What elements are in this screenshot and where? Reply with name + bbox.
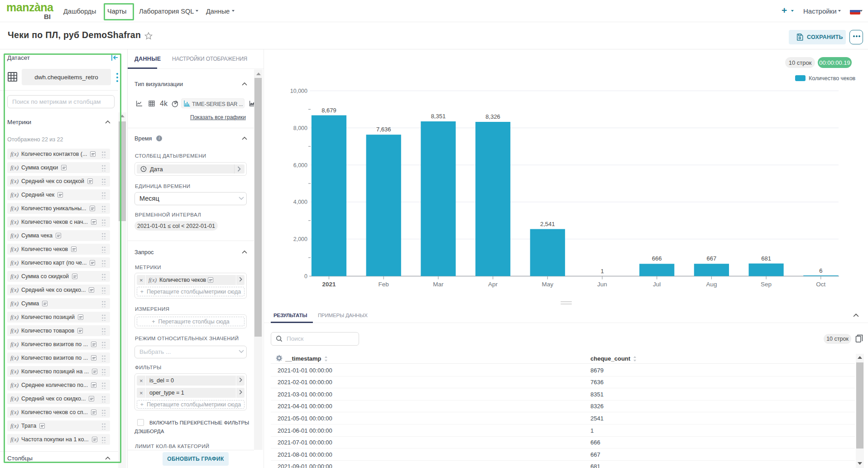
svg-text:6: 6 bbox=[819, 267, 822, 274]
svg-text:681: 681 bbox=[761, 255, 771, 262]
svg-text:2,541: 2,541 bbox=[540, 221, 555, 227]
svg-text:667: 667 bbox=[707, 255, 717, 262]
svg-text:May: May bbox=[542, 281, 554, 288]
svg-text:6,000: 6,000 bbox=[293, 162, 307, 169]
svg-text:4,000: 4,000 bbox=[293, 199, 307, 205]
svg-text:Sep: Sep bbox=[761, 281, 772, 288]
svg-text:7,636: 7,636 bbox=[376, 126, 391, 133]
svg-text:10,000: 10,000 bbox=[290, 88, 307, 94]
svg-text:Apr: Apr bbox=[488, 281, 498, 288]
svg-text:0: 0 bbox=[304, 273, 307, 280]
svg-text:Mar: Mar bbox=[433, 281, 444, 288]
svg-text:1: 1 bbox=[600, 268, 604, 275]
svg-text:8,000: 8,000 bbox=[293, 125, 307, 131]
svg-text:Jul: Jul bbox=[653, 281, 661, 288]
svg-text:Jun: Jun bbox=[597, 281, 607, 288]
svg-text:Oct: Oct bbox=[816, 281, 825, 288]
svg-text:666: 666 bbox=[652, 255, 662, 262]
svg-text:2,000: 2,000 bbox=[293, 236, 307, 242]
svg-text:Aug: Aug bbox=[706, 281, 717, 288]
svg-text:Feb: Feb bbox=[379, 281, 389, 288]
svg-text:8,326: 8,326 bbox=[485, 113, 500, 120]
svg-text:2021: 2021 bbox=[322, 281, 336, 288]
svg-text:8,679: 8,679 bbox=[321, 107, 336, 114]
svg-text:8,351: 8,351 bbox=[431, 113, 446, 120]
